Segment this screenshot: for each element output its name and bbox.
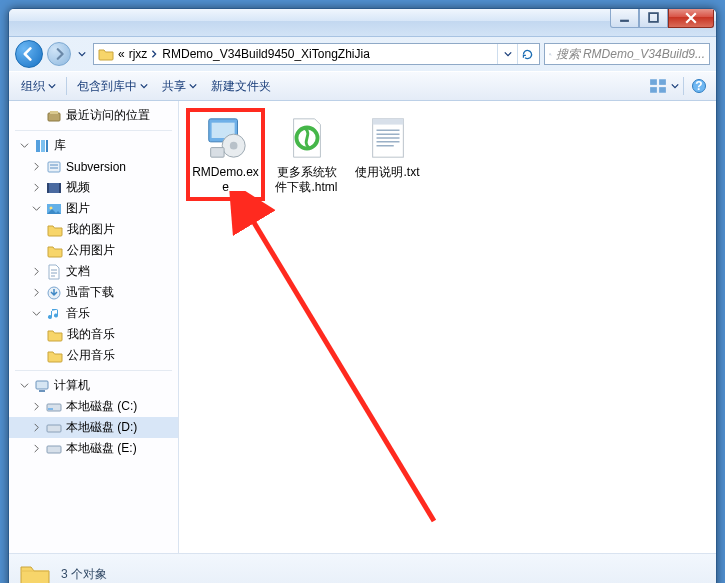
- tree-documents[interactable]: 文档: [9, 261, 178, 282]
- address-bar[interactable]: « rjxz RMDemo_V34Build9450_XiTongZhiJia: [93, 43, 540, 65]
- history-dropdown[interactable]: [75, 44, 89, 64]
- breadcrumb-item[interactable]: RMDemo_V34Build9450_XiTongZhiJia: [162, 47, 369, 61]
- maximize-button[interactable]: [639, 8, 668, 28]
- folder-icon: [47, 222, 63, 238]
- svg-point-30: [229, 142, 237, 150]
- close-button[interactable]: [668, 8, 714, 28]
- body-area: 最近访问的位置 库 Subversion 视频 图片: [9, 101, 716, 553]
- svg-rect-25: [47, 425, 61, 432]
- file-item-exe[interactable]: RMDemo.exe: [189, 111, 262, 198]
- subversion-icon: [46, 159, 62, 175]
- window-controls: [610, 8, 714, 28]
- disk-icon: [46, 420, 62, 436]
- folder-icon: [98, 46, 114, 62]
- view-mode-button[interactable]: [647, 75, 669, 97]
- svg-rect-1: [649, 13, 658, 22]
- tree-disk-c[interactable]: 本地磁盘 (C:): [9, 396, 178, 417]
- pictures-icon: [46, 201, 62, 217]
- svg-rect-4: [659, 79, 666, 85]
- tree-recent-places[interactable]: 最近访问的位置: [9, 105, 178, 126]
- svg-rect-3: [650, 79, 657, 85]
- file-label: RMDemo.exe: [191, 165, 260, 195]
- help-button[interactable]: ?: [688, 75, 710, 97]
- svg-rect-21: [36, 381, 48, 389]
- expand-icon[interactable]: [31, 287, 42, 298]
- address-row: « rjxz RMDemo_V34Build9450_XiTongZhiJia …: [9, 37, 716, 71]
- svg-rect-13: [46, 140, 48, 152]
- new-folder-button[interactable]: 新建文件夹: [205, 75, 277, 98]
- folder-icon: [47, 327, 63, 343]
- breadcrumb-item[interactable]: rjxz: [129, 47, 159, 61]
- expand-icon[interactable]: [31, 422, 42, 433]
- search-box[interactable]: 搜索 RMDemo_V34Build9...: [544, 43, 710, 65]
- navigation-pane[interactable]: 最近访问的位置 库 Subversion 视频 图片: [9, 101, 179, 553]
- music-icon: [46, 306, 62, 322]
- download-icon: [46, 285, 62, 301]
- exe-icon: [202, 114, 250, 162]
- collapse-icon[interactable]: [19, 140, 30, 151]
- svg-rect-0: [620, 20, 629, 22]
- explorer-window: « rjxz RMDemo_V34Build9450_XiTongZhiJia …: [8, 8, 717, 583]
- svg-rect-11: [36, 140, 40, 152]
- address-dropdown[interactable]: [497, 44, 517, 64]
- view-dropdown[interactable]: [671, 82, 679, 90]
- computer-icon: [34, 378, 50, 394]
- svg-text:?: ?: [695, 79, 702, 93]
- tree-disk-d[interactable]: 本地磁盘 (D:): [9, 417, 178, 438]
- tree-my-music[interactable]: 我的音乐: [9, 324, 178, 345]
- include-in-library-menu[interactable]: 包含到库中: [71, 75, 154, 98]
- file-item-txt[interactable]: 使用说明.txt: [351, 111, 424, 198]
- expand-icon[interactable]: [31, 401, 42, 412]
- tree-computer[interactable]: 计算机: [9, 375, 178, 396]
- collapse-icon[interactable]: [31, 203, 42, 214]
- tree-subversion[interactable]: Subversion: [9, 156, 178, 177]
- folder-icon: [19, 559, 51, 584]
- svg-rect-34: [372, 119, 403, 125]
- chevron-right-icon: [150, 49, 158, 59]
- toolbar: 组织 包含到库中 共享 新建文件夹 ?: [9, 71, 716, 101]
- collapse-icon[interactable]: [31, 308, 42, 319]
- tree-public-pictures[interactable]: 公用图片: [9, 240, 178, 261]
- txt-icon: [364, 114, 412, 162]
- file-label: 更多系统软件下载.html: [272, 165, 341, 195]
- svg-rect-5: [650, 87, 657, 93]
- collapse-icon[interactable]: [19, 380, 30, 391]
- svg-rect-22: [39, 390, 45, 392]
- disk-icon: [46, 399, 62, 415]
- expand-icon[interactable]: [31, 266, 42, 277]
- svg-rect-24: [48, 408, 53, 410]
- tree-xunlei[interactable]: 迅雷下载: [9, 282, 178, 303]
- tree-music[interactable]: 音乐: [9, 303, 178, 324]
- file-item-html[interactable]: 更多系统软件下载.html: [270, 111, 343, 198]
- svg-rect-12: [41, 140, 45, 152]
- video-icon: [46, 180, 62, 196]
- expand-icon[interactable]: [31, 182, 42, 193]
- tree-disk-e[interactable]: 本地磁盘 (E:): [9, 438, 178, 459]
- tree-videos[interactable]: 视频: [9, 177, 178, 198]
- folder-icon: [47, 243, 63, 259]
- tree-libraries[interactable]: 库: [9, 135, 178, 156]
- share-menu[interactable]: 共享: [156, 75, 203, 98]
- file-list[interactable]: RMDemo.exe 更多系统软件下载.html: [179, 101, 716, 553]
- html-icon: [283, 114, 331, 162]
- disk-icon: [46, 441, 62, 457]
- expand-icon[interactable]: [31, 161, 42, 172]
- forward-button[interactable]: [47, 42, 71, 66]
- title-bar: [9, 9, 716, 37]
- annotation-arrow: [219, 191, 479, 551]
- organize-menu[interactable]: 组织: [15, 75, 62, 98]
- tree-my-pictures[interactable]: 我的图片: [9, 219, 178, 240]
- recent-icon: [46, 108, 62, 124]
- back-button[interactable]: [15, 40, 43, 68]
- svg-rect-16: [47, 183, 49, 193]
- expand-icon[interactable]: [31, 443, 42, 454]
- refresh-button[interactable]: [517, 44, 537, 64]
- tree-public-music[interactable]: 公用音乐: [9, 345, 178, 366]
- svg-rect-14: [48, 162, 60, 172]
- breadcrumb-prefix: «: [118, 47, 125, 61]
- tree-pictures[interactable]: 图片: [9, 198, 178, 219]
- status-bar: 3 个对象: [9, 553, 716, 583]
- svg-rect-17: [59, 183, 61, 193]
- minimize-button[interactable]: [610, 8, 639, 28]
- address-right: [497, 44, 537, 64]
